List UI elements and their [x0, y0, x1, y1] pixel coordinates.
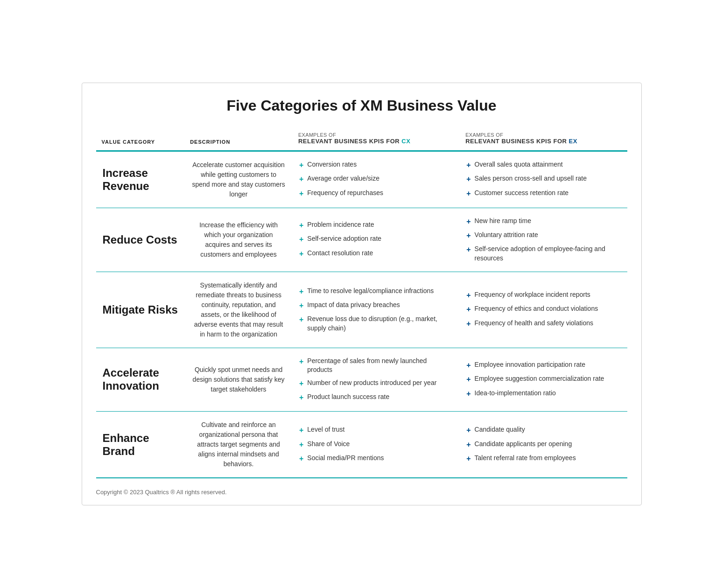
list-item: +Frequency of repurchases — [299, 189, 453, 199]
cx-kpi-cell: +Conversion rates+Average order value/si… — [293, 151, 460, 208]
plus-icon: + — [299, 160, 303, 170]
plus-icon: + — [299, 189, 303, 199]
plus-icon: + — [466, 189, 470, 199]
plus-icon: + — [299, 378, 303, 389]
table-row: Enhance BrandCultivate and reinforce an … — [96, 412, 627, 478]
category-cell: Accelerate Innovation — [96, 348, 185, 412]
plus-icon: + — [466, 454, 470, 464]
plus-icon: + — [466, 217, 470, 227]
table-row: Increase RevenueAccelerate customer acqu… — [96, 151, 627, 208]
list-item: +Time to resolve legal/compliance infrac… — [299, 287, 453, 297]
list-item: +Voluntary attrition rate — [466, 231, 620, 241]
category-cell: Enhance Brand — [96, 412, 185, 478]
list-item: +Sales person cross-sell and upsell rate — [466, 174, 620, 184]
list-item: +Self-service adoption of employee-facin… — [466, 245, 620, 263]
description-cell: Systematically identify and remediate th… — [184, 272, 293, 348]
col4-header: EXAMPLES OF RELEVANT BUSINESS KPIs FOR E… — [460, 128, 627, 151]
plus-icon: + — [299, 357, 303, 367]
list-item: +Revenue loss due to disruption (e.g., m… — [299, 315, 453, 333]
list-item: +Social media/PR mentions — [299, 454, 453, 464]
category-cell: Mitigate Risks — [96, 272, 185, 348]
category-cell: Reduce Costs — [96, 208, 185, 272]
list-item: +Talent referral rate from employees — [466, 454, 620, 464]
plus-icon: + — [466, 374, 470, 385]
ex-kpi-cell: +Employee innovation participation rate+… — [460, 348, 627, 412]
plus-icon: + — [466, 304, 470, 315]
copyright-text: Copyright © 2023 Qualtrics ® All rights … — [96, 485, 627, 496]
ex-kpi-cell: +New hire ramp time+Voluntary attrition … — [460, 208, 627, 272]
table-row: Accelerate InnovationQuickly spot unmet … — [96, 348, 627, 412]
description-cell: Accelerate customer acquisition while ge… — [184, 151, 293, 208]
list-item: +Candidate applicants per opening — [466, 440, 620, 450]
list-item: +Number of new products introduced per y… — [299, 378, 453, 389]
plus-icon: + — [466, 174, 470, 184]
list-item: +Overall sales quota attainment — [466, 160, 620, 170]
list-item: +Idea-to-implementation ratio — [466, 389, 620, 399]
ex-kpi-cell: +Candidate quality+Candidate applicants … — [460, 412, 627, 478]
ex-kpi-cell: +Frequency of workplace incident reports… — [460, 272, 627, 348]
category-cell: Increase Revenue — [96, 151, 185, 208]
plus-icon: + — [466, 319, 470, 329]
plus-icon: + — [466, 231, 470, 241]
page-title: Five Categories of XM Business Value — [96, 97, 627, 114]
list-item: +New hire ramp time — [466, 217, 620, 227]
list-item: +Employee innovation participation rate — [466, 360, 620, 371]
main-container: Five Categories of XM Business Value VAL… — [82, 83, 642, 506]
main-table: VALUE CATEGORY DESCRIPTION EXAMPLES OF R… — [96, 128, 627, 479]
col3-header: EXAMPLES OF RELEVANT BUSINESS KPIs FOR C… — [293, 128, 460, 151]
list-item: +Contact resolution rate — [299, 249, 453, 259]
plus-icon: + — [299, 315, 303, 325]
plus-icon: + — [299, 301, 303, 311]
plus-icon: + — [299, 440, 303, 450]
list-item: +Frequency of ethics and conduct violati… — [466, 304, 620, 315]
plus-icon: + — [466, 389, 470, 399]
plus-icon: + — [299, 425, 303, 435]
plus-icon: + — [299, 392, 303, 403]
plus-icon: + — [466, 245, 470, 255]
list-item: +Conversion rates — [299, 160, 453, 170]
plus-icon: + — [466, 160, 470, 170]
col2-header: DESCRIPTION — [184, 128, 293, 151]
list-item: +Frequency of workplace incident reports — [466, 290, 620, 301]
col3-header-bold: RELEVANT BUSINESS KPIs FOR CX — [298, 138, 454, 145]
list-item: +Customer success retention rate — [466, 189, 620, 199]
list-item: +Average order value/size — [299, 174, 453, 184]
plus-icon: + — [466, 425, 470, 435]
list-item: +Share of Voice — [299, 440, 453, 450]
description-cell: Cultivate and reinforce an organizationa… — [184, 412, 293, 478]
list-item: +Problem incidence rate — [299, 220, 453, 231]
list-item: +Level of trust — [299, 425, 453, 435]
plus-icon: + — [299, 287, 303, 297]
cx-kpi-cell: +Percentage of sales from newly launched… — [293, 348, 460, 412]
col4-header-bold: RELEVANT BUSINESS KPIs FOR EX — [465, 138, 621, 145]
list-item: +Impact of data privacy breaches — [299, 301, 453, 311]
description-cell: Quickly spot unmet needs and design solu… — [184, 348, 293, 412]
cx-kpi-cell: +Problem incidence rate+Self-service ado… — [293, 208, 460, 272]
table-row: Mitigate RisksSystematically identify an… — [96, 272, 627, 348]
list-item: +Candidate quality — [466, 425, 620, 435]
table-row: Reduce CostsIncrease the efficiency with… — [96, 208, 627, 272]
ex-kpi-cell: +Overall sales quota attainment+Sales pe… — [460, 151, 627, 208]
list-item: +Percentage of sales from newly launched… — [299, 357, 453, 375]
list-item: +Self-service adoption rate — [299, 234, 453, 245]
col1-header: VALUE CATEGORY — [96, 128, 185, 151]
list-item: +Product launch success rate — [299, 392, 453, 403]
description-cell: Increase the efficiency with which your … — [184, 208, 293, 272]
plus-icon: + — [299, 249, 303, 259]
plus-icon: + — [466, 360, 470, 371]
plus-icon: + — [299, 174, 303, 184]
plus-icon: + — [466, 290, 470, 301]
cx-kpi-cell: +Level of trust+Share of Voice+Social me… — [293, 412, 460, 478]
plus-icon: + — [299, 454, 303, 464]
plus-icon: + — [299, 234, 303, 245]
plus-icon: + — [299, 220, 303, 231]
list-item: +Frequency of health and safety violatio… — [466, 319, 620, 329]
list-item: +Employee suggestion commercialization r… — [466, 374, 620, 385]
plus-icon: + — [466, 440, 470, 450]
cx-kpi-cell: +Time to resolve legal/compliance infrac… — [293, 272, 460, 348]
